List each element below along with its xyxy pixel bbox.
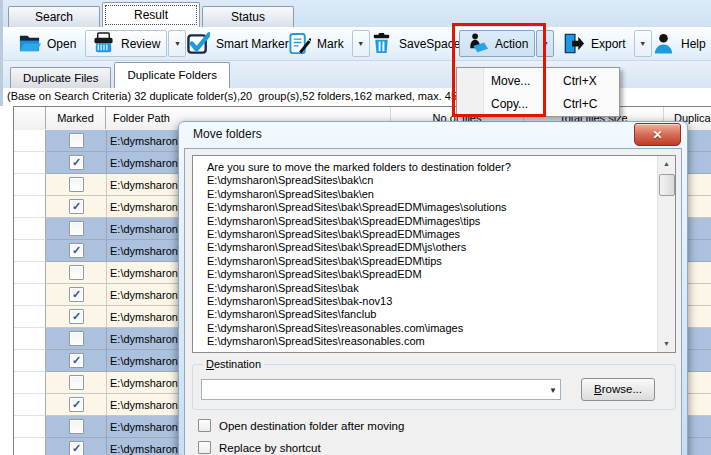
row-indicator-cell xyxy=(14,284,46,306)
export-button[interactable]: Export xyxy=(555,30,633,57)
row-checkbox[interactable]: ✓ xyxy=(69,441,84,455)
destination-label: Destination xyxy=(203,358,264,370)
option-label: Replace by shortcut xyxy=(219,442,321,454)
row-folder-path: E:\dymsharon\ xyxy=(110,311,181,323)
option-replace-by-shortcut: Replace by shortcut xyxy=(198,441,321,454)
toolbar-group-open: Open xyxy=(11,30,83,57)
row-checkbox[interactable] xyxy=(69,265,84,280)
menu-item-shortcut: Ctrl+X xyxy=(563,70,597,93)
row-folder-path: E:\dymsharon\ xyxy=(110,289,181,301)
top-tab-strip: SearchResultStatus xyxy=(0,0,711,27)
folder-path-item: E:\dymsharon\SpreadSites\bak xyxy=(207,282,675,295)
row-folder-path: E:\dymsharon\ xyxy=(110,443,181,455)
row-indicator-cell xyxy=(14,196,46,218)
row-checkbox[interactable]: ✓ xyxy=(69,243,84,258)
row-folder-path: E:\dymsharon\ xyxy=(110,355,181,367)
row-checkbox[interactable] xyxy=(69,221,84,236)
folder-path-item: E:\dymsharon\SpreadSites\bak\cn xyxy=(207,174,675,187)
row-checkbox[interactable]: ✓ xyxy=(69,397,84,412)
option-checkbox[interactable] xyxy=(198,441,211,454)
dialog-body: Are you sure to move the marked folders … xyxy=(184,148,682,455)
mark-button[interactable]: Mark xyxy=(281,30,351,57)
tab-label: Duplicate Folders xyxy=(127,69,216,81)
option-checkbox[interactable] xyxy=(198,419,211,432)
column-header-marked[interactable]: Marked xyxy=(46,107,106,129)
open-folder-icon xyxy=(18,32,41,55)
row-checkbox[interactable] xyxy=(69,133,84,148)
column-header-indicator[interactable] xyxy=(14,107,46,129)
savespace-trash-icon xyxy=(370,32,393,55)
row-folder-path: E:\dymsharon\ xyxy=(110,267,181,279)
row-indicator-cell xyxy=(14,394,46,416)
row-checkbox[interactable] xyxy=(69,375,84,390)
view-tab-duplicate-folders[interactable]: Duplicate Folders xyxy=(114,62,229,88)
tab-label: Duplicate Files xyxy=(23,72,98,84)
row-folder-path: E:\dymsharon\ xyxy=(110,377,181,389)
view-tab-duplicate-files[interactable]: Duplicate Files xyxy=(10,67,111,88)
browse-button[interactable]: Browse... xyxy=(581,378,655,401)
row-folder-path: E:\dymsharon\ xyxy=(110,201,181,213)
confirmation-question: Are you sure to move the marked folders … xyxy=(207,161,675,174)
scroll-up-icon[interactable]: ▲ xyxy=(658,156,675,172)
folder-path-item: E:\dymsharon\SpreadSites\bak\en xyxy=(207,188,675,201)
row-checkbox[interactable] xyxy=(69,331,84,346)
row-checkbox[interactable] xyxy=(69,177,84,192)
scroll-down-icon[interactable]: ▼ xyxy=(658,336,675,352)
review-button[interactable]: Review xyxy=(85,30,167,57)
row-indicator-cell xyxy=(14,152,46,174)
help-label: Help xyxy=(681,37,706,51)
smart-marker-check-icon xyxy=(187,32,210,55)
row-checkbox[interactable]: ✓ xyxy=(69,199,84,214)
row-checkbox[interactable]: ✓ xyxy=(69,353,84,368)
row-folder-path: E:\dymsharon\ xyxy=(110,223,181,235)
help-user-icon xyxy=(652,32,675,55)
export-label: Export xyxy=(591,37,626,51)
destination-combobox[interactable]: ▼ xyxy=(201,379,561,400)
row-indicator-cell xyxy=(14,218,46,240)
close-icon: ✕ xyxy=(652,128,662,142)
tab-result[interactable]: Result xyxy=(102,2,200,27)
row-indicator-cell xyxy=(14,262,46,284)
annotation-highlight xyxy=(452,23,546,117)
folder-path-item: E:\dymsharon\SpreadSites\reasonables.com xyxy=(207,335,675,348)
list-scrollbar[interactable]: ▲ ▼ xyxy=(657,156,675,352)
export-arrow-icon xyxy=(562,32,585,55)
row-folder-path: E:\dymsharon\ xyxy=(110,179,181,191)
dialog-close-button[interactable]: ✕ xyxy=(634,123,681,146)
row-indicator-cell xyxy=(14,174,46,196)
folder-list: Are you sure to move the marked folders … xyxy=(192,155,676,353)
review-label: Review xyxy=(121,37,160,51)
tab-label: Status xyxy=(231,10,265,24)
dialog-title: Move folders xyxy=(193,127,262,141)
tab-label: Search xyxy=(35,10,73,24)
tab-label: Result xyxy=(134,8,168,22)
row-folder-path: E:\dymsharon\ xyxy=(110,399,181,411)
toolbar-group-export: Export▼ xyxy=(555,30,652,57)
combo-dropdown-icon[interactable]: ▼ xyxy=(549,386,557,395)
folder-path-item: E:\dymsharon\SpreadSites\bak\SpreadEDM xyxy=(207,268,675,281)
row-checkbox[interactable]: ✓ xyxy=(69,287,84,302)
row-checkbox[interactable]: ✓ xyxy=(69,155,84,170)
folder-path-item: E:\dymsharon\SpreadSites\fanclub xyxy=(207,308,675,321)
row-indicator-cell xyxy=(14,130,46,152)
row-checkbox[interactable]: ✓ xyxy=(69,309,84,324)
tab-status[interactable]: Status xyxy=(202,6,294,27)
folder-path-item: E:\dymsharon\SpreadSites\bak\SpreadEDM\i… xyxy=(207,215,675,228)
smart-marker-button[interactable]: Smart Marker xyxy=(180,30,296,57)
option-open-destination-folder-after-moving: Open destination folder after moving xyxy=(198,419,404,432)
folder-path-item: E:\dymsharon\SpreadSites\bak\SpreadEDM\j… xyxy=(207,241,675,254)
row-checkbox[interactable] xyxy=(69,419,84,434)
toolbar-group-mark: Mark▼ xyxy=(281,30,370,57)
tab-search[interactable]: Search xyxy=(8,6,100,27)
row-indicator-cell xyxy=(14,328,46,350)
option-label: Open destination folder after moving xyxy=(219,420,404,432)
folder-path-item: E:\dymsharon\SpreadSites\bak\SpreadEDM\i… xyxy=(207,228,675,241)
folder-path-item: E:\dymsharon\SpreadSites\reasonables.com… xyxy=(207,322,675,335)
scroll-thumb[interactable] xyxy=(659,174,675,196)
row-indicator-cell xyxy=(14,372,46,394)
row-folder-path: E:\dymsharon\ xyxy=(110,245,181,257)
help-button[interactable]: Help xyxy=(645,30,711,57)
mark-label: Mark xyxy=(317,37,344,51)
move-folders-dialog: Move folders ✕ Are you sure to move the … xyxy=(178,121,688,455)
open-button[interactable]: Open xyxy=(11,30,83,57)
